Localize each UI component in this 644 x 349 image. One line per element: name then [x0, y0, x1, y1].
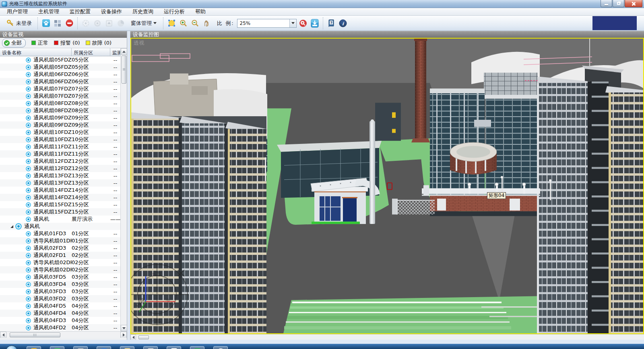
table-row[interactable]: 诱导风机组02DF2 02分区 --: [0, 259, 120, 266]
minimize-button[interactable]: [601, 0, 612, 7]
table-row[interactable]: 通风机组05FDZ1 05分区 --: [0, 64, 120, 71]
filter-fault[interactable]: 故障 (0): [86, 39, 112, 47]
stop-button[interactable]: [64, 18, 74, 29]
restore-button[interactable]: [613, 0, 624, 7]
taskbar-app-6[interactable]: [143, 346, 158, 349]
menu-help[interactable]: 帮助: [190, 8, 211, 15]
table-row[interactable]: 通风机03FD3 03分区 --: [0, 288, 120, 295]
viewport-hscroll-thumb[interactable]: [138, 335, 149, 339]
device-list-vscrollbar[interactable]: [120, 48, 127, 331]
menu-host-management[interactable]: 主机管理: [33, 8, 64, 15]
table-row[interactable]: 通风机04FD5 04分区 --: [0, 302, 120, 310]
help-button[interactable]: ?: [326, 18, 336, 29]
table-row[interactable]: 通风机组15FDZ2 15分区 --: [0, 201, 120, 208]
table-row[interactable]: 通风机组11FDZ2 11分区 --: [0, 143, 120, 150]
taskbar-app-7[interactable]: [167, 346, 181, 349]
column-monitor[interactable]: 监测: [110, 48, 120, 56]
table-row[interactable]: 通风机组15FDZ1 15分区 --: [0, 208, 120, 216]
menu-user-management[interactable]: 用户管理: [2, 8, 33, 15]
taskbar-app-2[interactable]: [50, 346, 64, 349]
table-row[interactable]: 通风机03FD5 03分区 --: [0, 273, 120, 281]
panel-splitter[interactable]: [127, 31, 130, 340]
table-row[interactable]: 通风机组14FDZ2 14分区 --: [0, 187, 120, 194]
device-list-hscrollbar[interactable]: [0, 331, 127, 338]
scroll-left-button[interactable]: [0, 332, 6, 338]
hscroll-thumb[interactable]: [10, 333, 60, 337]
table-row[interactable]: 通风机04FD4 04分区 --: [0, 310, 120, 317]
table-row[interactable]: 通风机组09FDZ2 09分区 --: [0, 114, 120, 121]
viewport-hscrollbar[interactable]: [130, 334, 644, 340]
table-row[interactable]: 诱导风机组02DF1 02分区 --: [0, 266, 120, 273]
taskbar-app-1[interactable]: [27, 346, 41, 349]
filter-all[interactable]: 全部: [2, 39, 26, 47]
menu-history-query[interactable]: 历史查询: [127, 8, 159, 15]
table-row[interactable]: 通风机04FD2 04分区 --: [0, 324, 120, 331]
table-row[interactable]: 通风机组07FDZ2 07分区 --: [0, 85, 120, 92]
column-device-name[interactable]: 设备名称: [0, 48, 72, 56]
zoom-out-button[interactable]: [190, 18, 200, 29]
table-row[interactable]: 通风机组09FDZ1 09分区 --: [0, 121, 120, 129]
vscroll-thumb[interactable]: [122, 55, 126, 84]
table-row[interactable]: 通风机: [0, 223, 120, 230]
table-row[interactable]: 通风机组05FDZ2 05分区 --: [0, 56, 120, 64]
target-button[interactable]: [92, 18, 103, 29]
table-row[interactable]: 通风机 展厅演示 ——: [0, 216, 120, 223]
column-zone[interactable]: 所属分区: [72, 48, 110, 56]
start-button[interactable]: [6, 345, 18, 349]
cascade-windows-button[interactable]: [52, 18, 63, 29]
refresh-fan-button[interactable]: [80, 18, 91, 29]
scene-3d-model[interactable]: 缩放 平移 环视 向上: [131, 39, 643, 333]
table-row[interactable]: 通风机组14FDZ1 14分区 --: [0, 194, 120, 201]
table-row[interactable]: 通风机组06FDZ2 06分区 --: [0, 71, 120, 78]
table-row[interactable]: 通风机组11FDZ1 11分区 --: [0, 150, 120, 158]
scroll-right-button[interactable]: [120, 332, 127, 338]
scroll-down-button[interactable]: [121, 325, 127, 331]
select-region-button[interactable]: [166, 18, 177, 29]
table-row[interactable]: 通风机组10FDZ1 10分区 --: [0, 136, 120, 143]
table-row[interactable]: 通风机组10FDZ2 10分区 --: [0, 129, 120, 136]
table-row[interactable]: 诱导风机组01DF1 01分区 --: [0, 237, 120, 244]
filter-alarm[interactable]: 报警 (0): [54, 39, 80, 47]
login-button[interactable]: 未登录: [4, 18, 35, 29]
scale-dropdown-button[interactable]: [289, 19, 296, 27]
table-row[interactable]: 通风机01FD3 01分区 --: [0, 230, 120, 237]
taskbar-app-4[interactable]: [97, 346, 111, 349]
filter-normal[interactable]: 正常: [31, 39, 48, 47]
scale-zoom-button[interactable]: [298, 18, 308, 29]
zoom-in-button[interactable]: [178, 18, 188, 29]
viewport-scroll-left-button[interactable]: [130, 335, 136, 340]
table-row[interactable]: 通风机04FD3 04分区 --: [0, 317, 120, 324]
table-row[interactable]: 通风机组12FDZ1 12分区 --: [0, 165, 120, 172]
table-row[interactable]: 通风机03FD2 03分区 --: [0, 295, 120, 302]
table-row[interactable]: 通风机组07FDZ1 07分区 --: [0, 92, 120, 100]
taskbar-app-3[interactable]: [73, 346, 88, 349]
close-button[interactable]: [625, 0, 642, 7]
eject-button[interactable]: [104, 18, 114, 29]
taskbar-app-9[interactable]: [213, 346, 228, 349]
menu-run-analysis[interactable]: 运行分析: [159, 8, 190, 15]
pie-button[interactable]: [116, 18, 126, 29]
about-button[interactable]: i: [338, 18, 348, 29]
window-manage-button[interactable]: 窗体管理: [127, 18, 160, 29]
viewport-3d[interactable]: 透视 矩形04: [130, 38, 644, 334]
menu-monitor-config[interactable]: 监控配置: [64, 8, 96, 15]
scroll-up-button[interactable]: [121, 48, 127, 55]
table-row[interactable]: 通风机02FD3 02分区 --: [0, 244, 120, 252]
menu-device-operation[interactable]: 设备操作: [96, 8, 127, 15]
table-row[interactable]: 通风机03FD4 03分区 --: [0, 281, 120, 288]
device-monitor-value: --: [110, 108, 120, 114]
scale-select[interactable]: 25%: [237, 19, 297, 28]
home-view-button[interactable]: [41, 18, 51, 29]
table-row[interactable]: 通风机02FD1 02分区 --: [0, 252, 120, 259]
table-row[interactable]: 通风机组13FDZ1 13分区 --: [0, 179, 120, 187]
export-button[interactable]: [310, 18, 320, 29]
table-row[interactable]: 通风机组13FDZ2 13分区 --: [0, 172, 120, 179]
table-row[interactable]: 通风机组12FDZ2 12分区 --: [0, 158, 120, 165]
tree-expand-icon[interactable]: [10, 225, 13, 228]
taskbar-app-5[interactable]: [120, 346, 134, 349]
table-row[interactable]: 通风机组06FDZ1 06分区 --: [0, 78, 120, 85]
taskbar-app-8[interactable]: [190, 346, 204, 349]
pan-button[interactable]: [201, 18, 212, 29]
table-row[interactable]: 通风机组08FDZ1 08分区 --: [0, 107, 120, 114]
table-row[interactable]: 通风机组08FDZ2 08分区 --: [0, 100, 120, 107]
